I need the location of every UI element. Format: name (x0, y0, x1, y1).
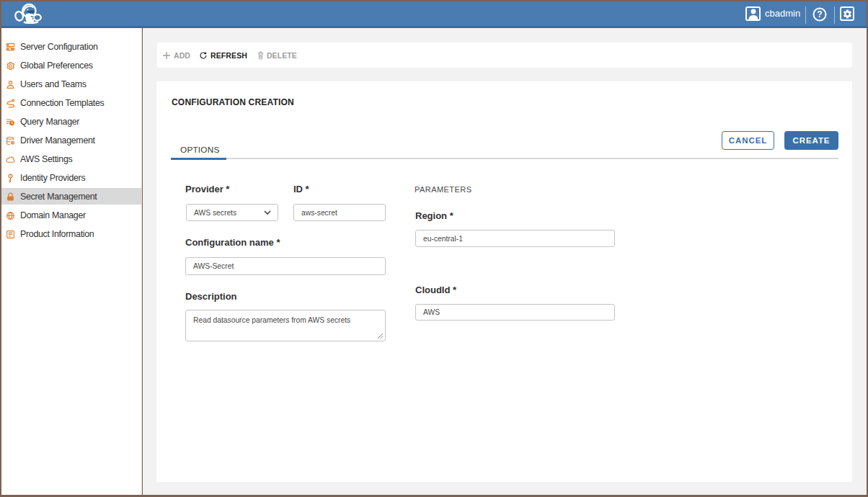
svg-text:?: ? (817, 9, 822, 19)
